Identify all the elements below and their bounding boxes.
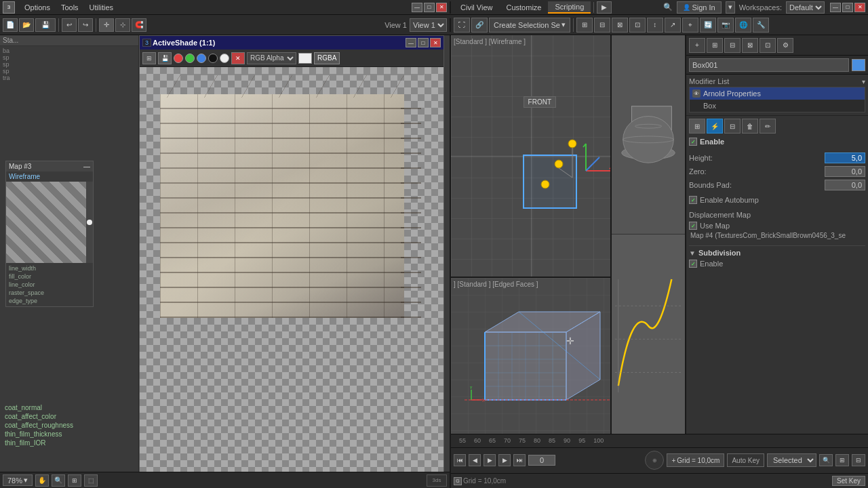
close-right-btn[interactable]: ✕ [854, 3, 865, 12]
maximize-right-btn[interactable]: □ [842, 3, 853, 12]
attr-coat-affect-color[interactable]: coat_affect_color [3, 412, 112, 421]
props-btn5[interactable]: ⊡ [760, 38, 776, 53]
zoom-percent[interactable]: 78% ▾ [3, 474, 33, 486]
bounds-input[interactable] [825, 180, 865, 190]
prop-tool1[interactable]: ⊞ [689, 119, 705, 134]
as-black-dot[interactable] [208, 54, 218, 63]
props-btn6[interactable]: ⚙ [777, 38, 793, 53]
prop-tool4[interactable]: 🗑 [742, 119, 758, 134]
rt-btn11[interactable]: 📷 [717, 18, 734, 33]
as-clear-btn[interactable]: ✕ [231, 52, 245, 64]
snap-btn[interactable]: 🧲 [132, 18, 146, 32]
create-selection-btn[interactable]: Create Selection Se ▾ [489, 18, 570, 33]
sub-enable-checkbox[interactable]: ✓ [689, 260, 697, 268]
select-btn[interactable]: ✛ [99, 18, 114, 32]
nav-civil-view[interactable]: Civil View [454, 2, 499, 13]
rt-btn13[interactable]: 🔧 [753, 18, 769, 33]
as-format-select[interactable]: RGB Alpha [247, 52, 296, 64]
perspective-viewport[interactable] [610, 35, 685, 434]
props-btn1[interactable]: + [689, 38, 705, 53]
rt-btn3[interactable]: ⊞ [576, 18, 593, 33]
map-panel-close[interactable]: — [83, 163, 90, 170]
save-btn[interactable]: 💾 [35, 18, 56, 32]
menu-tools[interactable]: Tools [56, 2, 84, 13]
prev-frame-btn[interactable]: ◀ [469, 454, 481, 466]
nav-customize[interactable]: Customize [499, 2, 548, 13]
rt-btn6[interactable]: ⊡ [629, 18, 646, 33]
attr-thin-film-thickness[interactable]: thin_film_thickness [3, 430, 112, 439]
maximize-left-btn[interactable]: □ [424, 3, 435, 12]
rt-btn8[interactable]: ↗ [665, 18, 681, 33]
undo-btn[interactable]: ↩ [62, 18, 77, 32]
front-viewport[interactable]: [Standard ] [Wireframe ] FRONT [451, 35, 610, 278]
prop-tool2[interactable]: ⚡ [707, 119, 723, 134]
as-minimize-btn[interactable]: — [406, 38, 416, 47]
as-green-dot[interactable] [185, 54, 195, 63]
nav-expand-btn[interactable]: ▶ [597, 1, 612, 14]
as-close-btn[interactable]: ✕ [430, 38, 441, 47]
move-btn[interactable]: ⊹ [115, 18, 130, 32]
as-render-btn[interactable]: ⊞ [142, 52, 156, 64]
autokey-btn[interactable]: Auto Key [727, 453, 764, 467]
redo-btn[interactable]: ↪ [78, 18, 93, 32]
selected-dropdown[interactable]: Selected [767, 453, 816, 467]
minimize-right-btn[interactable]: — [830, 3, 841, 12]
workspace-select[interactable]: Default [786, 1, 825, 14]
props-btn2[interactable]: ⊞ [707, 38, 723, 53]
signin-dropdown-btn[interactable]: ▾ [726, 1, 735, 14]
rt-btn4[interactable]: ⊟ [594, 18, 610, 33]
displacement-map-name[interactable]: Map #4 (TexturesCom_BrickSmallBrown0456_… [689, 231, 865, 240]
modifier-box[interactable]: Box [690, 100, 865, 112]
menu-utilities[interactable]: Utilities [84, 2, 119, 13]
enable-checkbox[interactable]: ✓ [689, 138, 697, 146]
as-save-btn[interactable]: 💾 [158, 52, 172, 64]
attr-coat-affect-roughness[interactable]: coat_affect_roughness [3, 421, 112, 430]
minimize-left-btn[interactable]: — [412, 3, 422, 12]
height-input[interactable] [825, 152, 865, 163]
attr-thin-film-ior[interactable]: thin_film_IOR [3, 439, 112, 447]
props-btn3[interactable]: ⊟ [724, 38, 741, 53]
box-color-swatch[interactable] [852, 59, 865, 71]
next-frame-btn[interactable]: ▶ [498, 454, 511, 466]
play-btn[interactable]: ▶ [484, 454, 496, 466]
edgedfaces-viewport[interactable]: ] [Standard ] [Edged Faces ] X Y [451, 278, 610, 434]
prop-tool5[interactable]: ✏ [760, 119, 776, 134]
rt-btn9[interactable]: ⌖ [682, 18, 698, 33]
region-btn[interactable]: ⬚ [84, 474, 98, 487]
zero-input[interactable] [825, 166, 865, 177]
rt-btn5[interactable]: ⊠ [612, 18, 628, 33]
rt-btn2[interactable]: 🔗 [471, 18, 488, 33]
add-time-tag-btn[interactable]: + Grid = 10,0cm [667, 453, 724, 467]
as-white-dot[interactable] [220, 54, 229, 63]
frame-input[interactable] [528, 455, 555, 466]
next-end-btn[interactable]: ⏭ [513, 454, 526, 466]
close-left-btn[interactable]: ✕ [436, 3, 447, 12]
menu-options[interactable]: Options [19, 2, 56, 13]
as-red-dot[interactable] [174, 54, 183, 63]
prev-start-btn[interactable]: ⏮ [454, 454, 466, 466]
new-btn[interactable]: 📄 [3, 18, 18, 32]
search-timeline-btn[interactable]: 🔍 [819, 454, 833, 466]
pan-btn[interactable]: ✋ [35, 474, 49, 487]
view1-select[interactable]: View 1 [410, 18, 447, 32]
setkey-status-btn[interactable]: Set Key [832, 476, 865, 486]
rt-btn7[interactable]: ↕ [647, 18, 663, 33]
rt-btn10[interactable]: 🔄 [700, 18, 716, 33]
zoom-btn[interactable]: 🔍 [52, 474, 65, 487]
rt-btn12[interactable]: 🌐 [735, 18, 751, 33]
box-name-input[interactable] [689, 58, 849, 72]
autobump-checkbox[interactable]: ✓ [689, 196, 697, 204]
prop-tool3[interactable]: ⊟ [724, 119, 741, 134]
open-btn[interactable]: 📂 [19, 18, 34, 32]
rt-btn1[interactable]: ⛶ [454, 18, 470, 33]
usemap-checkbox[interactable]: ✓ [689, 222, 697, 230]
attr-coat-normal[interactable]: coat_normal [3, 403, 112, 412]
setkey-btn[interactable]: ⊞ [835, 454, 849, 466]
nav-scripting[interactable]: Scripting [548, 1, 591, 14]
modifier-arnold-props[interactable]: 👁 Arnold Properties [690, 87, 865, 100]
signin-button[interactable]: 👤 Sign In [677, 1, 721, 14]
props-btn4[interactable]: ⊠ [742, 38, 758, 53]
timeline-filter-btn[interactable]: ⊟ [852, 454, 865, 466]
as-maximize-btn[interactable]: □ [418, 38, 429, 47]
fit-btn[interactable]: ⊞ [68, 474, 81, 487]
